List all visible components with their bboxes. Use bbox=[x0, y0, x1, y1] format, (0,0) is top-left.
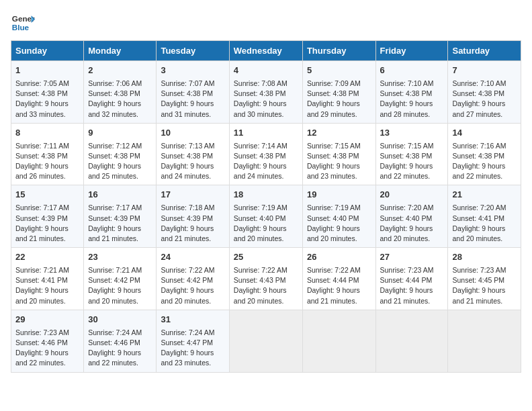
day-number: 17 bbox=[161, 189, 224, 201]
day-number: 16 bbox=[88, 189, 152, 201]
day-number: 5 bbox=[307, 64, 371, 77]
sunset: Sunset: 4:40 PM bbox=[380, 214, 433, 222]
sunrise: Sunrise: 7:10 AM bbox=[452, 79, 506, 87]
daylight: Daylight: 9 hours and 24 minutes. bbox=[161, 162, 214, 180]
sunset: Sunset: 4:45 PM bbox=[452, 276, 504, 284]
day-number: 8 bbox=[15, 127, 79, 140]
sunset: Sunset: 4:39 PM bbox=[15, 214, 68, 222]
sunrise: Sunrise: 7:19 AM bbox=[307, 203, 361, 212]
sunset: Sunset: 4:46 PM bbox=[15, 338, 68, 347]
daylight: Daylight: 9 hours and 20 minutes. bbox=[161, 286, 214, 304]
sunrise: Sunrise: 7:23 AM bbox=[15, 328, 69, 336]
day-number: 9 bbox=[88, 127, 152, 140]
sunset: Sunset: 4:38 PM bbox=[307, 152, 359, 160]
day-number: 10 bbox=[161, 127, 224, 140]
sunset: Sunset: 4:38 PM bbox=[380, 152, 433, 160]
sunset: Sunset: 4:40 PM bbox=[307, 214, 359, 222]
daylight: Daylight: 9 hours and 21 minutes. bbox=[161, 224, 214, 242]
calendar-cell: 2Sunrise: 7:06 AMSunset: 4:38 PMDaylight… bbox=[84, 61, 157, 124]
sunset: Sunset: 4:38 PM bbox=[234, 152, 286, 160]
sunrise: Sunrise: 7:17 AM bbox=[15, 203, 69, 212]
calendar-cell bbox=[302, 310, 375, 372]
calendar-cell: 24Sunrise: 7:22 AMSunset: 4:42 PMDayligh… bbox=[157, 248, 229, 310]
sunrise: Sunrise: 7:24 AM bbox=[88, 328, 142, 336]
sunset: Sunset: 4:38 PM bbox=[88, 152, 140, 160]
sunset: Sunset: 4:42 PM bbox=[88, 276, 140, 284]
sunrise: Sunrise: 7:23 AM bbox=[380, 266, 434, 274]
daylight: Daylight: 9 hours and 20 minutes. bbox=[452, 224, 505, 242]
calendar-cell: 19Sunrise: 7:19 AMSunset: 4:40 PMDayligh… bbox=[302, 185, 375, 248]
calendar-cell: 15Sunrise: 7:17 AMSunset: 4:39 PMDayligh… bbox=[11, 185, 84, 248]
calendar-cell: 9Sunrise: 7:12 AMSunset: 4:38 PMDaylight… bbox=[84, 123, 157, 185]
day-number: 13 bbox=[380, 127, 444, 140]
calendar-cell: 11Sunrise: 7:14 AMSunset: 4:38 PMDayligh… bbox=[229, 123, 302, 185]
sunrise: Sunrise: 7:15 AM bbox=[307, 142, 361, 150]
sunrise: Sunrise: 7:09 AM bbox=[307, 79, 361, 87]
calendar-cell: 26Sunrise: 7:22 AMSunset: 4:44 PMDayligh… bbox=[302, 248, 375, 310]
day-number: 11 bbox=[234, 127, 298, 140]
sunset: Sunset: 4:38 PM bbox=[88, 89, 140, 97]
sunrise: Sunrise: 7:21 AM bbox=[88, 266, 142, 274]
calendar-cell: 23Sunrise: 7:21 AMSunset: 4:42 PMDayligh… bbox=[84, 248, 157, 310]
daylight: Daylight: 9 hours and 21 minutes. bbox=[88, 224, 141, 242]
daylight: Daylight: 9 hours and 29 minutes. bbox=[307, 99, 360, 118]
sunset: Sunset: 4:43 PM bbox=[234, 276, 286, 284]
day-number: 14 bbox=[452, 127, 517, 140]
weekday-header-sunday: Sunday bbox=[11, 41, 84, 61]
daylight: Daylight: 9 hours and 23 minutes. bbox=[307, 162, 360, 180]
day-number: 15 bbox=[15, 189, 79, 201]
sunset: Sunset: 4:42 PM bbox=[161, 276, 213, 284]
sunset: Sunset: 4:47 PM bbox=[161, 338, 213, 347]
day-number: 23 bbox=[88, 251, 152, 264]
sunset: Sunset: 4:40 PM bbox=[234, 214, 286, 222]
daylight: Daylight: 9 hours and 20 minutes. bbox=[234, 286, 287, 304]
week-row-2: 8Sunrise: 7:11 AMSunset: 4:38 PMDaylight… bbox=[11, 123, 521, 185]
day-number: 7 bbox=[452, 64, 517, 77]
day-number: 4 bbox=[234, 64, 298, 77]
day-number: 28 bbox=[452, 251, 517, 264]
daylight: Daylight: 9 hours and 22 minutes. bbox=[380, 162, 433, 180]
sunrise: Sunrise: 7:21 AM bbox=[15, 266, 69, 274]
daylight: Daylight: 9 hours and 33 minutes. bbox=[15, 99, 69, 118]
sunrise: Sunrise: 7:14 AM bbox=[234, 142, 287, 150]
day-number: 19 bbox=[307, 189, 371, 201]
sunrise: Sunrise: 7:20 AM bbox=[452, 203, 506, 212]
weekday-header-thursday: Thursday bbox=[302, 41, 375, 61]
day-number: 26 bbox=[307, 251, 371, 264]
sunrise: Sunrise: 7:13 AM bbox=[161, 142, 214, 150]
sunrise: Sunrise: 7:06 AM bbox=[88, 79, 142, 87]
sunset: Sunset: 4:38 PM bbox=[15, 89, 68, 97]
sunset: Sunset: 4:41 PM bbox=[15, 276, 68, 284]
week-row-4: 22Sunrise: 7:21 AMSunset: 4:41 PMDayligh… bbox=[11, 248, 521, 310]
daylight: Daylight: 9 hours and 21 minutes. bbox=[380, 286, 433, 304]
calendar-cell: 22Sunrise: 7:21 AMSunset: 4:41 PMDayligh… bbox=[11, 248, 84, 310]
day-number: 29 bbox=[15, 314, 79, 326]
weekday-header-wednesday: Wednesday bbox=[229, 41, 302, 61]
sunset: Sunset: 4:38 PM bbox=[452, 152, 504, 160]
daylight: Daylight: 9 hours and 27 minutes. bbox=[452, 99, 505, 118]
calendar-cell: 1Sunrise: 7:05 AMSunset: 4:38 PMDaylight… bbox=[11, 61, 84, 124]
daylight: Daylight: 9 hours and 32 minutes. bbox=[88, 99, 141, 118]
daylight: Daylight: 9 hours and 20 minutes. bbox=[88, 286, 141, 304]
sunset: Sunset: 4:41 PM bbox=[452, 214, 504, 222]
calendar-cell: 14Sunrise: 7:16 AMSunset: 4:38 PMDayligh… bbox=[448, 123, 521, 185]
week-row-3: 15Sunrise: 7:17 AMSunset: 4:39 PMDayligh… bbox=[11, 185, 521, 248]
sunset: Sunset: 4:39 PM bbox=[161, 214, 213, 222]
sunset: Sunset: 4:38 PM bbox=[15, 152, 68, 160]
calendar-cell: 28Sunrise: 7:23 AMSunset: 4:45 PMDayligh… bbox=[448, 248, 521, 310]
weekday-header-tuesday: Tuesday bbox=[157, 41, 229, 61]
daylight: Daylight: 9 hours and 20 minutes. bbox=[15, 286, 69, 304]
daylight: Daylight: 9 hours and 21 minutes. bbox=[307, 286, 360, 304]
day-number: 30 bbox=[88, 314, 152, 326]
weekday-header-friday: Friday bbox=[375, 41, 448, 61]
day-number: 2 bbox=[88, 64, 152, 77]
weekday-header-monday: Monday bbox=[84, 41, 157, 61]
day-number: 3 bbox=[161, 64, 224, 77]
day-number: 20 bbox=[380, 189, 444, 201]
daylight: Daylight: 9 hours and 31 minutes. bbox=[161, 99, 214, 118]
calendar-cell: 13Sunrise: 7:15 AMSunset: 4:38 PMDayligh… bbox=[375, 123, 448, 185]
daylight: Daylight: 9 hours and 30 minutes. bbox=[234, 99, 287, 118]
calendar-cell: 6Sunrise: 7:10 AMSunset: 4:38 PMDaylight… bbox=[375, 61, 448, 124]
sunrise: Sunrise: 7:10 AM bbox=[380, 79, 434, 87]
calendar-cell: 7Sunrise: 7:10 AMSunset: 4:38 PMDaylight… bbox=[448, 61, 521, 124]
